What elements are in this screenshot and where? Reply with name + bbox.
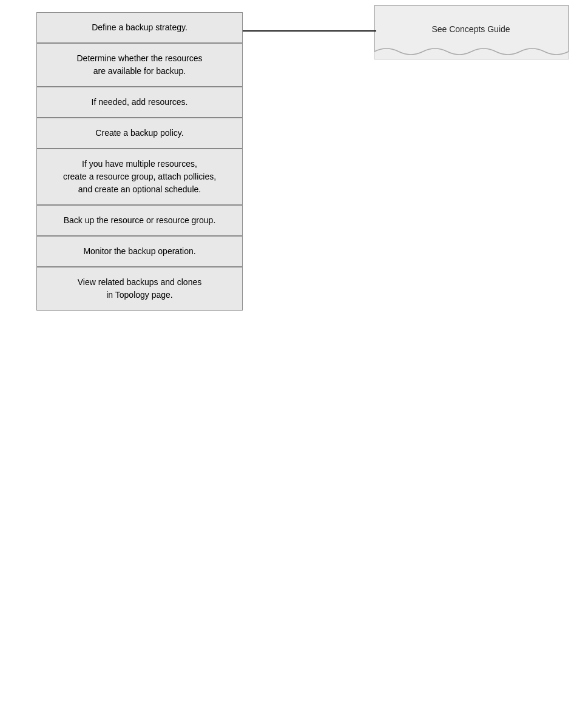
- step7-box: Monitor the backup operation.: [36, 236, 243, 267]
- callout-text: See Concepts Guide: [431, 24, 510, 34]
- connector-line: [235, 30, 376, 32]
- step5-label: If you have multiple resources,create a …: [63, 159, 216, 194]
- step7-label: Monitor the backup operation.: [83, 246, 195, 256]
- step2-box: Determine whether the resourcesare avail…: [36, 43, 243, 87]
- flow-column: Define a backup strategy. Determine whet…: [30, 12, 249, 311]
- step1-box: Define a backup strategy.: [36, 12, 243, 43]
- step5-box: If you have multiple resources,create a …: [36, 149, 243, 205]
- step2-label: Determine whether the resourcesare avail…: [77, 53, 203, 76]
- step4-label: Create a backup policy.: [95, 128, 183, 138]
- step6-box: Back up the resource or resource group.: [36, 205, 243, 236]
- diagram-container: See Concepts Guide Define a backup strat…: [0, 0, 588, 706]
- step6-label: Back up the resource or resource group.: [64, 215, 216, 225]
- step4-box: Create a backup policy.: [36, 118, 243, 149]
- step3-box: If needed, add resources.: [36, 87, 243, 118]
- see-concepts-guide-callout: See Concepts Guide: [373, 4, 570, 65]
- step8-label: View related backups and clonesin Topolo…: [78, 277, 201, 300]
- step8-box: View related backups and clonesin Topolo…: [36, 267, 243, 311]
- step1-label: Define a backup strategy.: [92, 22, 188, 32]
- step3-label: If needed, add resources.: [92, 97, 188, 107]
